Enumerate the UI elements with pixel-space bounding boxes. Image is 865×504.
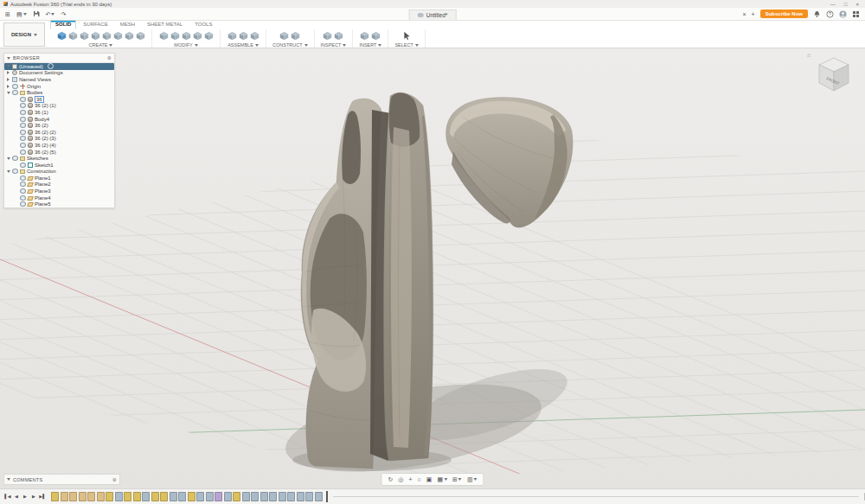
tool-icon-modify-2[interactable] — [170, 31, 180, 41]
tree-item-origin[interactable]: Origin — [4, 83, 114, 90]
fit-icon[interactable]: ▣ — [426, 476, 432, 482]
tree-item-label[interactable]: Plane2 — [35, 182, 51, 187]
tree-item-construction[interactable]: Construction — [4, 169, 114, 175]
comments-bar[interactable]: COMMENTS ⚙ — [3, 474, 120, 485]
tree-caret-icon[interactable] — [7, 71, 10, 74]
tree-item-label[interactable]: 36 (2) (4) — [35, 143, 56, 148]
notifications-icon[interactable] — [813, 10, 821, 18]
tool-icon-modify-1[interactable] — [158, 31, 169, 41]
timeline-op-28-feature[interactable] — [297, 492, 304, 501]
tool-icon-assemble-2[interactable] — [238, 31, 248, 41]
tree-caret-icon[interactable] — [7, 170, 10, 173]
tree-item-label[interactable]: Construction — [27, 169, 56, 174]
tool-icon-modify-5[interactable] — [203, 31, 214, 41]
timeline-op-3-plane[interactable] — [69, 492, 77, 501]
tree-caret-icon[interactable] — [7, 65, 10, 67]
visibility-eye-icon[interactable] — [20, 103, 26, 108]
tab-mesh[interactable]: MESH — [115, 20, 140, 29]
tree-item-label[interactable]: Plane5 — [35, 201, 51, 207]
tree-item-unsaved[interactable]: (Unsaved) — [4, 63, 114, 70]
document-tab[interactable]: Untitled* — [409, 10, 457, 20]
timeline-op-25-feature[interactable] — [269, 492, 277, 501]
view-cube[interactable]: ⌂ FRONT — [810, 53, 858, 101]
timeline-op-22-feature[interactable] — [242, 492, 250, 501]
tree-item-bodies[interactable]: Bodies — [4, 89, 114, 96]
tool-icon-create-4[interactable] — [90, 31, 100, 41]
redo-icon[interactable]: ↷ — [61, 11, 66, 17]
view-cube-graphic[interactable]: FRONT — [810, 53, 858, 101]
minimize-button[interactable]: — — [830, 2, 836, 7]
group-label-construct[interactable]: CONSTRUCT — [272, 42, 308, 48]
timeline-op-12-sketch[interactable] — [151, 492, 159, 501]
file-menu-icon[interactable]: ▤ — [16, 11, 27, 17]
tree-item-label[interactable]: Origin — [27, 84, 41, 89]
save-icon[interactable] — [33, 10, 40, 17]
tree-item-label[interactable]: 36 (2) (1) — [35, 103, 56, 108]
close-button[interactable]: × — [855, 2, 859, 7]
timeline-op-15-feature[interactable] — [178, 492, 186, 501]
tree-item-36-2-5[interactable]: 36 (2) (5) — [4, 149, 114, 156]
3d-canvas[interactable] — [0, 48, 865, 489]
visibility-eye-icon[interactable] — [20, 130, 26, 135]
visibility-eye-icon[interactable] — [20, 201, 26, 207]
visibility-eye-icon[interactable] — [20, 136, 26, 141]
tree-item-label[interactable]: 36 (2) (3) — [35, 136, 56, 141]
tree-item-36[interactable]: 36 — [4, 96, 114, 103]
group-label-modify[interactable]: MODIFY — [174, 42, 197, 48]
tree-item-label[interactable]: Sketches — [27, 156, 48, 161]
tree-item-label[interactable]: 36 (2) (2) — [35, 130, 56, 135]
tree-item-36-2-4[interactable]: 36 (2) (4) — [4, 142, 114, 149]
profile-avatar[interactable] — [839, 10, 847, 18]
tool-icon-inspect-2[interactable] — [334, 31, 344, 41]
timeline-op-24-feature[interactable] — [260, 492, 268, 501]
tree-caret-icon[interactable] — [7, 92, 10, 94]
timeline-op-19-form[interactable] — [215, 492, 222, 501]
group-label-select[interactable]: SELECT — [394, 42, 418, 48]
tool-icon-create-8[interactable] — [135, 31, 145, 41]
visibility-eye-icon[interactable] — [20, 182, 26, 187]
group-label-assemble[interactable]: ASSEMBLE — [227, 42, 259, 48]
tree-item-body4[interactable]: Body4 — [4, 116, 114, 123]
timeline-op-5-plane[interactable] — [87, 492, 95, 501]
tool-icon-select-1[interactable] — [401, 31, 412, 41]
tool-icon-create-1[interactable] — [56, 31, 67, 41]
apps-menu-icon[interactable] — [852, 10, 860, 18]
timeline-op-17-feature[interactable] — [196, 492, 204, 501]
expand-comments-icon[interactable] — [7, 478, 10, 481]
maximize-button[interactable]: □ — [844, 2, 848, 7]
tree-item-plane3[interactable]: Plane3 — [4, 188, 114, 195]
visibility-eye-icon[interactable] — [20, 143, 26, 148]
tool-icon-insert-2[interactable] — [371, 31, 381, 41]
visibility-eye-icon[interactable] — [12, 169, 18, 174]
visibility-eye-icon[interactable] — [20, 110, 26, 115]
tool-icon-insert-1[interactable] — [360, 31, 370, 41]
tree-item-label[interactable]: Document Settings — [19, 70, 63, 75]
tree-item-label[interactable]: 36 (1) — [35, 110, 48, 115]
timeline-op-2-plane[interactable] — [61, 492, 68, 501]
tree-item-label[interactable]: 36 (2) (5) — [35, 150, 56, 155]
timeline-op-29-feature[interactable] — [305, 492, 313, 501]
tree-item-label[interactable]: 36 — [35, 96, 44, 103]
visibility-eye-icon[interactable] — [12, 90, 18, 95]
timeline-op-6-plane[interactable] — [97, 492, 105, 501]
visibility-eye-icon[interactable] — [12, 84, 18, 89]
tree-item-label[interactable]: Named Views — [19, 77, 51, 82]
tree-item-label[interactable]: (Unsaved) — [19, 64, 43, 69]
timeline-op-18-feature[interactable] — [206, 492, 214, 501]
tree-item-plane5[interactable]: Plane5 — [4, 201, 114, 207]
timeline-position-marker[interactable] — [326, 491, 328, 502]
tool-icon-create-6[interactable] — [112, 31, 123, 41]
play-button[interactable]: ▶ — [21, 494, 29, 499]
tree-caret-icon[interactable] — [7, 85, 10, 88]
timeline-op-9-sketch[interactable] — [124, 492, 131, 501]
orbit-icon[interactable]: ↻ — [388, 476, 393, 482]
tab-tools[interactable]: TOOLS — [189, 20, 217, 29]
tree-item-label[interactable]: Sketch1 — [35, 163, 54, 168]
timeline-op-21-sketch[interactable] — [233, 492, 240, 501]
tool-icon-create-3[interactable] — [79, 31, 89, 41]
subscribe-now-button[interactable]: Subscribe Now — [760, 10, 808, 18]
timeline-op-30-feature[interactable] — [315, 492, 323, 501]
timeline-op-8-feature[interactable] — [115, 492, 123, 501]
close-tab-button[interactable]: × — [742, 11, 746, 17]
tree-item-36-2-3[interactable]: 36 (2) (3) — [4, 136, 114, 143]
